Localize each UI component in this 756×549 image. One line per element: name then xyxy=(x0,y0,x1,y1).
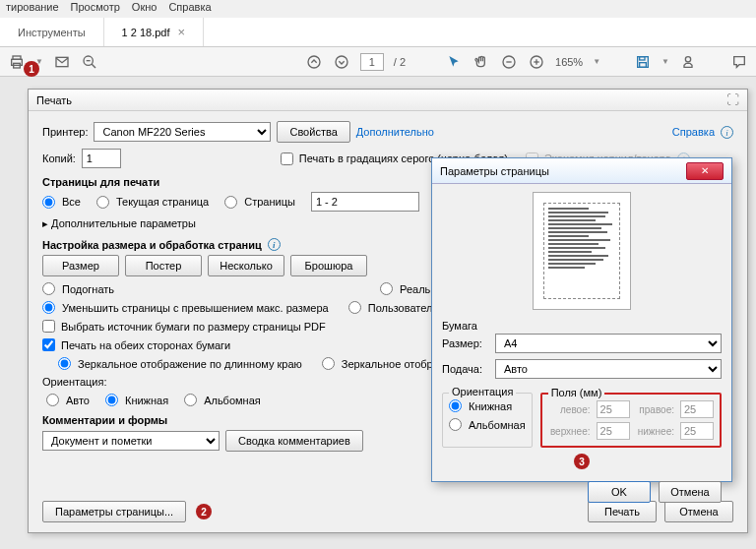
margin-bottom-label: нижнее: xyxy=(636,426,674,437)
page-setup-titlebar: Параметры страницы ✕ xyxy=(432,158,731,184)
print-dialog-titlebar: Печать ⛶ xyxy=(29,90,747,111)
poster-button[interactable]: Постер xyxy=(125,255,202,276)
orient-auto-radio[interactable]: Авто xyxy=(46,394,90,406)
zoom-label[interactable]: 165% xyxy=(555,56,583,68)
annotation-marker-3: 3 xyxy=(574,454,590,469)
zoom-caret-icon[interactable]: ▼ xyxy=(593,57,600,66)
menu-view[interactable]: Просмотр xyxy=(71,1,120,17)
summary-button[interactable]: Сводка комментариев xyxy=(225,430,363,452)
page-up-icon[interactable] xyxy=(305,53,323,71)
help-link[interactable]: Справка xyxy=(672,126,715,138)
tab-bar: Инструменты 1 2 18.pdf × xyxy=(0,18,756,47)
duplex-checkbox[interactable]: Печать на обеих сторонах бумаги xyxy=(42,338,230,351)
plus-icon[interactable] xyxy=(528,53,545,71)
print-dialog-title: Печать xyxy=(36,94,72,106)
page-down-icon[interactable] xyxy=(333,53,350,71)
pages-all-radio[interactable]: Все xyxy=(42,196,81,209)
choose-source-checkbox[interactable]: Выбрать источник бумаги по размеру стран… xyxy=(42,320,326,333)
menu-window[interactable]: Окно xyxy=(132,1,158,17)
page-total: / 2 xyxy=(394,56,406,68)
hand-icon[interactable] xyxy=(472,53,490,71)
pages-current-radio[interactable]: Текущая страница xyxy=(96,196,209,209)
margin-right-input[interactable] xyxy=(680,400,714,418)
sizing-heading: Настройка размера и обработка страниц xyxy=(42,239,262,251)
paper-size-label: Размер: xyxy=(442,337,489,349)
pointer-icon[interactable] xyxy=(445,53,463,71)
fit-radio[interactable]: Подогнать xyxy=(42,282,114,295)
margin-left-label: левое: xyxy=(548,404,591,415)
tab-tools[interactable]: Инструменты xyxy=(0,18,104,46)
margin-left-input[interactable] xyxy=(597,400,630,418)
save-caret-icon[interactable]: ▼ xyxy=(662,57,669,66)
adv-params-toggle[interactable]: ▸ Дополнительные параметры xyxy=(42,217,196,230)
ps-portrait-radio[interactable]: Книжная xyxy=(449,399,526,412)
size-button[interactable]: Размер xyxy=(42,255,119,276)
tab-file[interactable]: 1 2 18.pdf × xyxy=(104,18,205,46)
annotation-marker-2: 2 xyxy=(196,504,212,519)
pages-range-radio[interactable]: Страницы xyxy=(224,196,295,209)
svg-rect-15 xyxy=(640,56,645,59)
page-preview xyxy=(533,192,631,310)
page-setup-title: Параметры страницы xyxy=(440,165,549,177)
pages-range-input[interactable] xyxy=(311,192,419,212)
svg-rect-16 xyxy=(640,62,647,67)
margins-heading: Поля (мм) xyxy=(548,387,605,398)
close-icon[interactable]: × xyxy=(178,25,186,39)
orient-landscape-radio[interactable]: Альбомная xyxy=(184,394,261,406)
multiple-button[interactable]: Несколько xyxy=(208,255,284,276)
paper-feed-label: Подача: xyxy=(442,363,489,375)
help-icon[interactable]: i xyxy=(721,126,733,139)
paper-feed-select[interactable]: Авто xyxy=(495,359,722,379)
margin-top-label: верхнее: xyxy=(548,426,591,437)
zoom-out-icon[interactable] xyxy=(81,53,98,71)
annotation-marker-1: 1 xyxy=(24,61,39,77)
booklet-button[interactable]: Брошюра xyxy=(290,255,367,276)
page-setup-dialog: Параметры страницы ✕ Бумага Размер: A4 П… xyxy=(431,157,732,482)
flip-long-radio[interactable]: Зеркальное отображение по длинному краю xyxy=(58,357,302,370)
margin-top-input[interactable] xyxy=(597,422,630,440)
sizing-help-icon[interactable]: i xyxy=(268,238,281,251)
page-setup-button[interactable]: Параметры страницы... xyxy=(42,501,186,522)
dialog-close-icon[interactable]: ⛶ xyxy=(726,92,739,107)
properties-button[interactable]: Свойства xyxy=(277,121,349,143)
minus-icon[interactable] xyxy=(500,53,518,71)
paper-heading: Бумага xyxy=(442,320,722,332)
margin-right-label: правое: xyxy=(636,404,674,415)
margin-bottom-input[interactable] xyxy=(680,422,714,440)
orient-portrait-radio[interactable]: Книжная xyxy=(105,394,168,406)
menubar: тирование Просмотр Окно Справка xyxy=(0,0,756,18)
menu-help[interactable]: Справка xyxy=(168,1,211,17)
menu-edit[interactable]: тирование xyxy=(6,1,59,17)
stamp-icon[interactable] xyxy=(679,53,697,71)
svg-point-17 xyxy=(685,56,690,61)
page-setup-close-icon[interactable]: ✕ xyxy=(686,162,724,180)
tab-tools-label: Инструменты xyxy=(18,27,86,38)
tab-file-label: 1 2 18.pdf xyxy=(122,27,170,38)
comments-select[interactable]: Документ и пометки xyxy=(42,431,220,451)
comment-icon[interactable] xyxy=(730,53,748,71)
page-number-input[interactable]: 1 xyxy=(360,53,384,71)
ps-orient-heading: Ориентация xyxy=(449,386,516,397)
save-icon[interactable] xyxy=(634,53,652,71)
svg-line-5 xyxy=(92,64,95,68)
copies-label: Копий: xyxy=(42,152,76,164)
ps-cancel-button[interactable]: Отмена xyxy=(659,481,722,503)
printer-select[interactable]: Canon MF220 Series xyxy=(94,122,271,142)
orient-heading: Ориентация: xyxy=(42,376,107,388)
printer-label: Принтер: xyxy=(42,126,88,138)
shrink-radio[interactable]: Уменьшить страницы с превышением макс. р… xyxy=(42,301,329,314)
toolbar: ▼ 1 1 / 2 165% ▼ ▼ xyxy=(0,47,756,77)
ps-ok-button[interactable]: OK xyxy=(588,481,651,503)
copies-input[interactable] xyxy=(82,149,121,168)
ps-landscape-radio[interactable]: Альбомная xyxy=(449,418,526,431)
svg-point-7 xyxy=(308,56,320,68)
svg-point-8 xyxy=(336,56,347,68)
mail-icon[interactable] xyxy=(53,53,71,71)
advanced-link[interactable]: Дополнительно xyxy=(356,126,434,138)
paper-size-select[interactable]: A4 xyxy=(495,334,722,353)
